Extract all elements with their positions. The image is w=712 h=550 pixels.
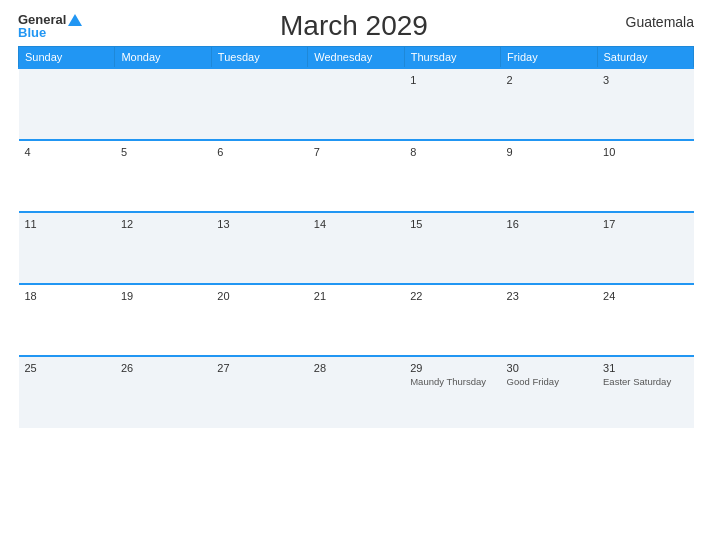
calendar-day-cell: 16 bbox=[501, 212, 597, 284]
weekday-header: Tuesday bbox=[211, 47, 307, 69]
day-number: 5 bbox=[121, 146, 205, 158]
day-number: 31 bbox=[603, 362, 687, 374]
day-number: 23 bbox=[507, 290, 591, 302]
calendar-day-cell: 5 bbox=[115, 140, 211, 212]
day-number: 4 bbox=[25, 146, 109, 158]
calendar-day-cell: 25 bbox=[19, 356, 115, 428]
calendar-day-cell: 14 bbox=[308, 212, 404, 284]
calendar-day-cell: 27 bbox=[211, 356, 307, 428]
day-number: 19 bbox=[121, 290, 205, 302]
weekday-header: Wednesday bbox=[308, 47, 404, 69]
calendar-day-cell: 26 bbox=[115, 356, 211, 428]
calendar-day-cell: 20 bbox=[211, 284, 307, 356]
calendar-day-cell: 13 bbox=[211, 212, 307, 284]
weekday-header: Friday bbox=[501, 47, 597, 69]
calendar-day-cell: 8 bbox=[404, 140, 500, 212]
calendar-day-cell: 18 bbox=[19, 284, 115, 356]
day-number: 10 bbox=[603, 146, 687, 158]
calendar-day-cell: 24 bbox=[597, 284, 693, 356]
day-number: 18 bbox=[25, 290, 109, 302]
day-number: 20 bbox=[217, 290, 301, 302]
weekday-header: Thursday bbox=[404, 47, 500, 69]
calendar-week-row: 123 bbox=[19, 68, 694, 140]
calendar-week-row: 18192021222324 bbox=[19, 284, 694, 356]
weekday-header: Monday bbox=[115, 47, 211, 69]
day-number: 27 bbox=[217, 362, 301, 374]
calendar-day-cell: 21 bbox=[308, 284, 404, 356]
day-number: 17 bbox=[603, 218, 687, 230]
calendar-day-cell: 9 bbox=[501, 140, 597, 212]
calendar-day-cell: 11 bbox=[19, 212, 115, 284]
calendar-week-row: 45678910 bbox=[19, 140, 694, 212]
day-number: 16 bbox=[507, 218, 591, 230]
calendar-week-row: 11121314151617 bbox=[19, 212, 694, 284]
day-number: 28 bbox=[314, 362, 398, 374]
calendar-day-cell bbox=[308, 68, 404, 140]
calendar-week-row: 2526272829Maundy Thursday30Good Friday31… bbox=[19, 356, 694, 428]
day-number: 11 bbox=[25, 218, 109, 230]
weekday-header: Saturday bbox=[597, 47, 693, 69]
calendar-day-cell bbox=[115, 68, 211, 140]
calendar-day-cell: 10 bbox=[597, 140, 693, 212]
logo-triangle-icon bbox=[68, 14, 82, 26]
day-number: 29 bbox=[410, 362, 494, 374]
day-number: 3 bbox=[603, 74, 687, 86]
day-number: 2 bbox=[507, 74, 591, 86]
day-number: 15 bbox=[410, 218, 494, 230]
day-number: 6 bbox=[217, 146, 301, 158]
logo: General Blue bbox=[18, 13, 82, 39]
calendar-day-cell: 19 bbox=[115, 284, 211, 356]
day-number: 12 bbox=[121, 218, 205, 230]
day-number: 25 bbox=[25, 362, 109, 374]
holiday-label: Good Friday bbox=[507, 376, 591, 387]
day-number: 14 bbox=[314, 218, 398, 230]
day-number: 22 bbox=[410, 290, 494, 302]
day-number: 7 bbox=[314, 146, 398, 158]
day-number: 24 bbox=[603, 290, 687, 302]
weekday-header: Sunday bbox=[19, 47, 115, 69]
calendar-header-row: SundayMondayTuesdayWednesdayThursdayFrid… bbox=[19, 47, 694, 69]
weekday-row: SundayMondayTuesdayWednesdayThursdayFrid… bbox=[19, 47, 694, 69]
day-number: 8 bbox=[410, 146, 494, 158]
calendar-day-cell bbox=[19, 68, 115, 140]
holiday-label: Easter Saturday bbox=[603, 376, 687, 387]
calendar-title: March 2029 bbox=[280, 10, 428, 42]
calendar-day-cell: 4 bbox=[19, 140, 115, 212]
logo-blue-text: Blue bbox=[18, 26, 46, 39]
calendar-day-cell: 31Easter Saturday bbox=[597, 356, 693, 428]
calendar-day-cell: 12 bbox=[115, 212, 211, 284]
day-number: 21 bbox=[314, 290, 398, 302]
day-number: 13 bbox=[217, 218, 301, 230]
calendar-day-cell: 7 bbox=[308, 140, 404, 212]
calendar-day-cell bbox=[211, 68, 307, 140]
calendar-day-cell: 30Good Friday bbox=[501, 356, 597, 428]
calendar-body: 1234567891011121314151617181920212223242… bbox=[19, 68, 694, 428]
calendar-day-cell: 6 bbox=[211, 140, 307, 212]
day-number: 1 bbox=[410, 74, 494, 86]
calendar-day-cell: 28 bbox=[308, 356, 404, 428]
calendar-day-cell: 23 bbox=[501, 284, 597, 356]
calendar-day-cell: 29Maundy Thursday bbox=[404, 356, 500, 428]
day-number: 9 bbox=[507, 146, 591, 158]
calendar-day-cell: 1 bbox=[404, 68, 500, 140]
calendar-day-cell: 22 bbox=[404, 284, 500, 356]
country-label: Guatemala bbox=[626, 10, 694, 30]
day-number: 30 bbox=[507, 362, 591, 374]
holiday-label: Maundy Thursday bbox=[410, 376, 494, 387]
day-number: 26 bbox=[121, 362, 205, 374]
calendar-day-cell: 15 bbox=[404, 212, 500, 284]
calendar-header: General Blue March 2029 Guatemala bbox=[18, 10, 694, 42]
calendar-table: SundayMondayTuesdayWednesdayThursdayFrid… bbox=[18, 46, 694, 428]
calendar-day-cell: 3 bbox=[597, 68, 693, 140]
calendar-day-cell: 2 bbox=[501, 68, 597, 140]
calendar-day-cell: 17 bbox=[597, 212, 693, 284]
